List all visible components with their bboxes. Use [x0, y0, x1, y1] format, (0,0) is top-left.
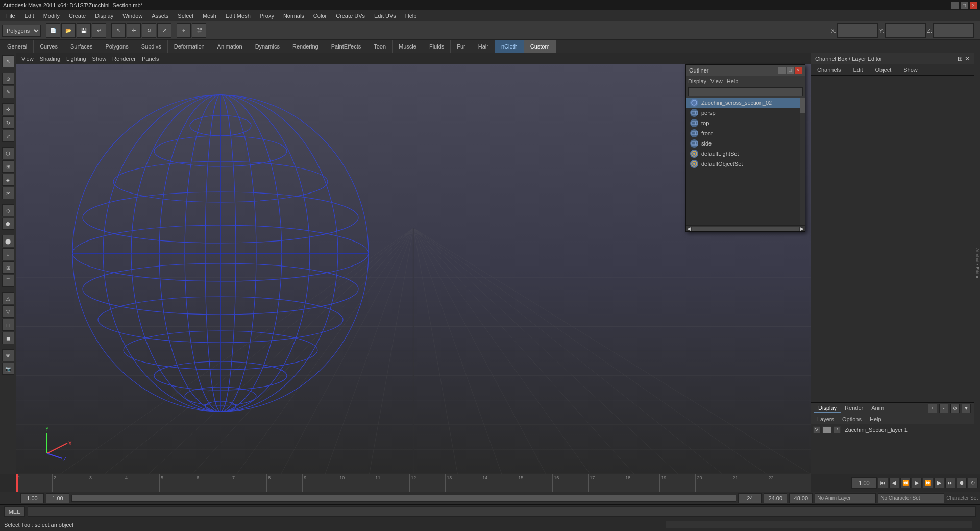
outliner-item-zucchini[interactable]: Zucchini_scross_section_02: [686, 98, 805, 108]
select-tool-btn[interactable]: ↖: [2, 55, 14, 67]
frame-start-input[interactable]: [20, 493, 44, 503]
insert-btn[interactable]: ⊞: [2, 160, 14, 173]
create-poly-btn[interactable]: △: [2, 292, 14, 304]
right-panel-icon2[interactable]: ✕: [965, 55, 970, 62]
tab-fluids[interactable]: Fluids: [423, 40, 451, 53]
render-btn[interactable]: 🎬: [192, 23, 206, 38]
rotate-btn[interactable]: ↻: [142, 23, 156, 38]
chamfer-btn[interactable]: ⬟: [2, 218, 14, 230]
move-btn[interactable]: ✛: [127, 23, 141, 38]
title-bar-controls[interactable]: _ □ ×: [951, 2, 977, 9]
menu-window[interactable]: Window: [118, 12, 146, 20]
merge-btn[interactable]: ◈: [2, 174, 14, 186]
tab-curves[interactable]: Curves: [34, 40, 64, 53]
timeline-ruler[interactable]: 1 2 3 4 5 6 7 8 9 10 11 12 13 14 15 16 1…: [16, 474, 811, 492]
subtab-options[interactable]: Options: [838, 415, 866, 423]
frame-current-input[interactable]: [738, 493, 762, 503]
outliner-scroll-thumb[interactable]: [800, 98, 805, 113]
menu-edit-uvs[interactable]: Edit UVs: [370, 12, 400, 20]
outliner-item-top[interactable]: top: [686, 118, 805, 128]
record-btn[interactable]: ⏺: [957, 478, 967, 488]
frame-anim-end[interactable]: [789, 493, 813, 503]
tab-object[interactable]: Object: [869, 66, 897, 74]
tab-subdivs[interactable]: Subdivs: [135, 40, 168, 53]
outliner-hscrollbar[interactable]: ◀ ▶: [686, 225, 805, 231]
outliner-item-lightset[interactable]: defaultLightSet: [686, 149, 805, 159]
right-panel-icon1[interactable]: ⊞: [958, 55, 963, 62]
maximize-button[interactable]: □: [961, 2, 968, 9]
create-nurbs-btn[interactable]: ◻: [2, 319, 14, 331]
create-subdiv-btn[interactable]: ▽: [2, 305, 14, 318]
snap-btn[interactable]: ⌖: [177, 23, 191, 38]
y-input[interactable]: [885, 23, 926, 38]
menu-help[interactable]: Help: [401, 12, 421, 20]
layer-tab-anim[interactable]: Anim: [867, 404, 888, 413]
camera-btn[interactable]: 📷: [2, 363, 14, 375]
show-hide-btn[interactable]: 👁: [2, 349, 14, 361]
outliner-view-menu[interactable]: View: [710, 78, 723, 84]
current-time-input[interactable]: [851, 477, 877, 489]
tab-hair[interactable]: Hair: [472, 40, 495, 53]
menu-edit-mesh[interactable]: Edit Mesh: [222, 12, 255, 20]
vp-view-menu[interactable]: View: [19, 56, 36, 62]
layer-tab-display[interactable]: Display: [814, 404, 841, 413]
vp-show-menu[interactable]: Show: [90, 56, 109, 62]
menu-edit[interactable]: Edit: [20, 12, 38, 20]
tab-painteffects[interactable]: PaintEffects: [325, 40, 368, 53]
go-start-btn[interactable]: ⏮: [878, 478, 888, 488]
vp-lighting-menu[interactable]: Lighting: [64, 56, 88, 62]
layer-icons[interactable]: + - ⚙ ▼: [928, 404, 971, 413]
outliner-scroll-left[interactable]: ◀: [686, 226, 692, 231]
tab-surfaces[interactable]: Surfaces: [64, 40, 99, 53]
move-tool-btn[interactable]: ✛: [2, 103, 14, 115]
minimize-button[interactable]: _: [951, 2, 959, 9]
outliner-minimize-btn[interactable]: _: [778, 67, 786, 74]
loop-btn[interactable]: ↻: [968, 478, 978, 488]
outliner-item-front[interactable]: front: [686, 128, 805, 138]
scale-btn[interactable]: ⤢: [157, 23, 172, 38]
menu-mesh[interactable]: Mesh: [199, 12, 220, 20]
outliner-search[interactable]: [688, 87, 803, 96]
mel-button[interactable]: MEL: [4, 506, 24, 517]
mel-input[interactable]: [28, 506, 976, 517]
layer-del-btn[interactable]: -: [939, 404, 948, 413]
no-character-set-dropdown[interactable]: No Character Set: [878, 493, 944, 503]
right-panel-icons[interactable]: ⊞ ✕: [958, 55, 970, 62]
prev-keyframe-btn[interactable]: ⏪: [900, 478, 911, 488]
select-btn[interactable]: ↖: [111, 23, 126, 38]
scale-tool-btn[interactable]: ⤢: [2, 130, 14, 142]
tab-general[interactable]: General: [1, 40, 34, 53]
menu-modify[interactable]: Modify: [39, 12, 64, 20]
tab-edit[interactable]: Edit: [847, 66, 869, 74]
outliner-close-btn[interactable]: ×: [795, 67, 802, 74]
outliner-maximize-btn[interactable]: □: [787, 67, 794, 74]
layer-more-btn[interactable]: ▼: [962, 404, 971, 413]
save-btn[interactable]: 💾: [77, 23, 91, 38]
layer-tab-render[interactable]: Render: [841, 404, 867, 413]
new-scene-btn[interactable]: 📄: [46, 23, 60, 38]
rotate-tool-btn[interactable]: ↻: [2, 116, 14, 129]
outliner-title-controls[interactable]: _ □ ×: [778, 67, 802, 74]
bend-btn[interactable]: ⌒: [2, 275, 14, 287]
menu-color[interactable]: Color: [309, 12, 331, 20]
tab-channels[interactable]: Channels: [811, 66, 847, 74]
menu-normals[interactable]: Normals: [279, 12, 308, 20]
lattice-btn[interactable]: ⊞: [2, 261, 14, 274]
tab-fur[interactable]: Fur: [451, 40, 472, 53]
paint-tool-btn[interactable]: ✎: [2, 86, 14, 98]
outliner-item-objectset[interactable]: defaultObjectSet: [686, 159, 805, 169]
mode-dropdown[interactable]: Polygons: [2, 25, 41, 37]
soft-mod-btn[interactable]: ○: [2, 248, 14, 260]
bevel-btn[interactable]: ◇: [2, 204, 14, 216]
layer-row[interactable]: V / Zucchini_Section_layer 1: [811, 424, 974, 436]
vp-shading-menu[interactable]: Shading: [38, 56, 62, 62]
outliner-item-persp[interactable]: persp: [686, 108, 805, 118]
frame-scroll-thumb[interactable]: [72, 495, 736, 501]
sculpt-btn[interactable]: ⬤: [2, 235, 14, 247]
layer-add-btn[interactable]: +: [928, 404, 937, 413]
menu-select[interactable]: Select: [174, 12, 198, 20]
tab-ncloth[interactable]: nCloth: [495, 40, 524, 53]
menu-file[interactable]: File: [2, 12, 19, 20]
subtab-help[interactable]: Help: [866, 415, 886, 423]
undo-btn[interactable]: ↩: [92, 23, 106, 38]
